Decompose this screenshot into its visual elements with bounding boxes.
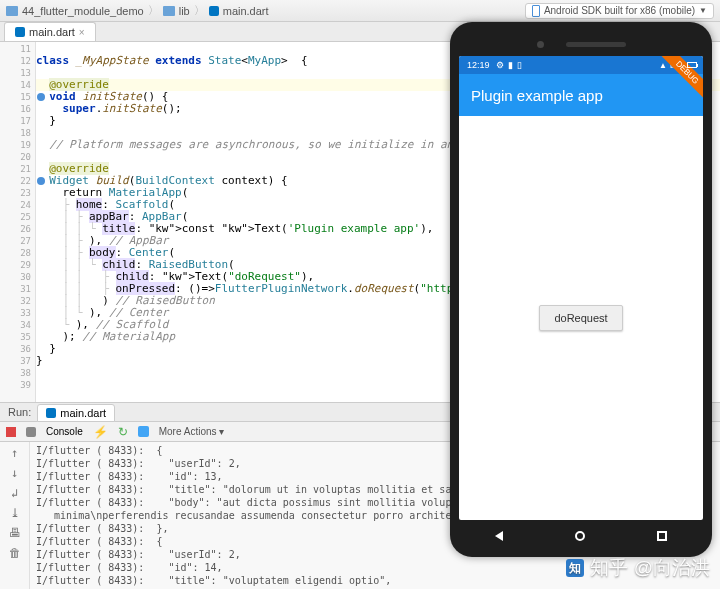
app-bar: Plugin example app [459, 74, 703, 116]
camera-dot [537, 41, 544, 48]
dart-file-icon [209, 6, 219, 16]
flutter-devtools-button[interactable] [138, 426, 149, 437]
scroll-icon[interactable]: ⤓ [10, 506, 20, 520]
back-button[interactable] [495, 531, 503, 541]
up-icon[interactable]: ↑ [11, 446, 18, 460]
emulator-screen[interactable]: DEBUG 12:19 ⚙ ▮ ▯ ▲ LTE Plugin example a… [459, 56, 703, 520]
console-label[interactable]: Console [46, 426, 83, 437]
device-selector[interactable]: Android SDK built for x86 (mobile) ▼ [525, 3, 714, 19]
run-tab[interactable]: main.dart [37, 404, 115, 422]
wrap-icon[interactable]: ↲ [11, 486, 18, 500]
console-icon[interactable] [26, 427, 36, 437]
run-label: Run: [8, 406, 31, 418]
console-side-toolbar: ↑ ↓ ↲ ⤓ 🖶 🗑 [0, 442, 30, 589]
hot-restart-button[interactable]: ↻ [118, 425, 128, 439]
home-button[interactable] [575, 531, 585, 541]
speaker-slit [566, 42, 626, 47]
app-title: Plugin example app [471, 87, 603, 104]
gear-icon: ⚙ [496, 60, 504, 70]
folder-icon [163, 6, 175, 16]
project-name: 44_flutter_module_demo [22, 5, 144, 17]
folder-name: lib [179, 5, 190, 17]
watermark: 知 知乎 @向治洪 [566, 555, 710, 581]
file-name: main.dart [223, 5, 269, 17]
stop-button[interactable] [6, 427, 16, 437]
do-request-button[interactable]: doRequest [539, 305, 622, 331]
print-icon[interactable]: 🖶 [9, 526, 21, 540]
app-body: doRequest [459, 116, 703, 520]
device-icon [532, 5, 540, 17]
chevron-down-icon: ▼ [699, 6, 707, 15]
project-icon [6, 6, 18, 16]
signal-icon: ▲ [659, 61, 667, 70]
emulator-frame: DEBUG 12:19 ⚙ ▮ ▯ ▲ LTE Plugin example a… [450, 22, 712, 557]
ide-toolbar: 44_flutter_module_demo 〉 lib 〉 main.dart… [0, 0, 720, 22]
battery-icon [687, 62, 697, 68]
dart-file-icon [46, 408, 56, 418]
dart-file-icon [15, 27, 25, 37]
line-gutter: 1112131415161718192021222324252627282930… [0, 42, 36, 402]
storage-icon: ▮ [508, 60, 513, 70]
overview-button[interactable] [657, 531, 667, 541]
clear-icon[interactable]: 🗑 [9, 546, 21, 560]
android-nav-bar [459, 520, 703, 552]
breadcrumb[interactable]: 44_flutter_module_demo 〉 lib 〉 main.dart [6, 3, 269, 18]
hot-reload-button[interactable]: ⚡ [93, 425, 108, 439]
down-icon[interactable]: ↓ [11, 466, 18, 480]
more-actions-dropdown[interactable]: More Actions ▾ [159, 426, 225, 437]
close-tab-icon[interactable]: × [79, 27, 85, 38]
clock: 12:19 [467, 60, 490, 70]
editor-tab-main[interactable]: main.dart × [4, 22, 96, 41]
volume-icon: ▯ [517, 60, 522, 70]
zhihu-logo: 知 [566, 559, 584, 577]
